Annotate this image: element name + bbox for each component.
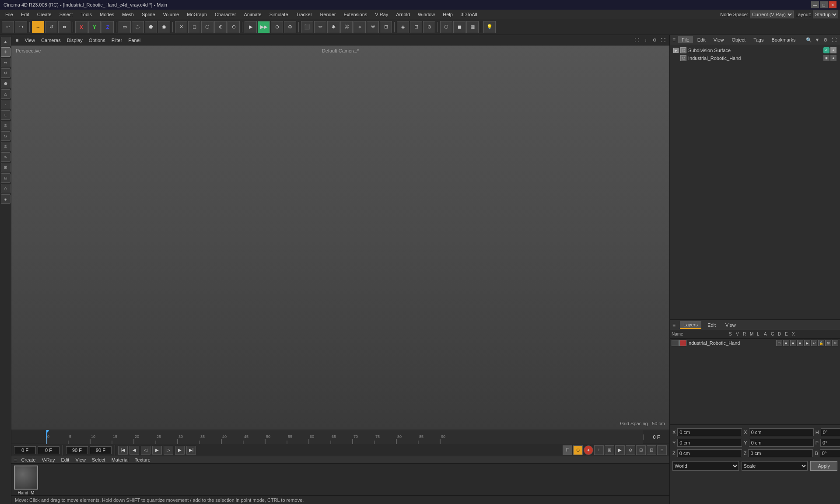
live-select-button[interactable]: ◉ [158,21,170,33]
sidebar-icon-pointer[interactable]: ▲ [1,37,10,46]
om-tab-tags[interactable]: Tags [750,36,767,43]
viewport-icon-settings[interactable]: ⚙ [651,37,658,44]
timeline-ruler[interactable]: 0 5 10 15 20 25 30 35 40 [46,430,643,444]
sidebar-icon-7[interactable]: ⊟ [1,173,10,183]
z-axis-button[interactable]: Z [102,21,114,33]
transport-icon-1[interactable]: F [563,445,572,455]
material-swatch-hand[interactable] [14,466,38,490]
menu-create[interactable]: Create [34,11,55,18]
deformer-button[interactable]: ⟡ [354,21,366,33]
menu-edit[interactable]: Edit [18,11,33,18]
mat-menu-view[interactable]: View [74,456,88,463]
render-active-button[interactable]: ▶▶ [258,21,270,33]
z2-input[interactable] [748,449,813,457]
grid-snap-button[interactable]: ⊡ [410,21,422,33]
menu-render[interactable]: Render [316,11,339,18]
menu-volume[interactable]: Volume [160,11,183,18]
om-tab-view[interactable]: View [710,36,728,43]
menu-mograph[interactable]: MoGraph [183,11,210,18]
sidebar-icon-4[interactable]: S [1,142,10,151]
menu-arnold[interactable]: Arnold [392,11,413,18]
mat-menu-create[interactable]: Create [19,456,37,463]
polygon-select-button[interactable]: ⬟ [145,21,157,33]
lasso-select-button[interactable]: ◌ [132,21,144,33]
wireframe-button[interactable]: ⬡ [440,21,452,33]
rotate-tool-button[interactable]: ↺ [45,21,57,33]
sidebar-icon-6[interactable]: ⊞ [1,163,10,172]
layer-icon-3[interactable]: ■ [797,340,803,346]
menu-extensions[interactable]: Extensions [340,11,371,18]
play-button[interactable]: ▶ [152,446,162,455]
scale-dropdown[interactable]: Scale Size [742,461,808,471]
viewport-menu-options[interactable]: Display [65,37,84,44]
transport-icon-7[interactable]: ⊙ [626,445,635,455]
transport-icon-9[interactable]: ⊡ [647,445,656,455]
select-all-button[interactable]: ◻ [188,21,200,33]
grow-sel-button[interactable]: ⊕ [214,21,227,33]
menu-vray[interactable]: V-Ray [371,11,392,18]
menu-window[interactable]: Window [414,11,438,18]
next-key-button[interactable]: ▷ [164,446,173,455]
ipr-button[interactable]: ⊙ [271,21,283,33]
layout-select[interactable]: Startup [813,10,838,18]
mat-menu-vray[interactable]: V-Ray [40,456,56,463]
om-tab-object[interactable]: Object [728,36,749,43]
p-input[interactable] [820,439,840,447]
sidebar-icon-8[interactable]: ◇ [1,184,10,193]
layer-icon-1[interactable]: ■ [783,340,789,346]
menu-3dtoall[interactable]: 3DToAll [457,11,481,18]
render-settings-button[interactable]: ⚙ [284,21,296,33]
sidebar-icon-move[interactable]: ✛ [1,47,10,57]
start-frame-input[interactable] [14,446,36,454]
sidebar-icon-5[interactable]: ∿ [1,152,10,162]
transport-icon-10[interactable]: ≡ [657,445,667,455]
close-button[interactable]: ✕ [829,1,836,8]
box-select-button[interactable]: ▭ [119,21,131,33]
sidebar-icon-edge[interactable]: △ [1,89,10,99]
lp-tab-view[interactable]: View [722,322,739,329]
viewport-menu-extra[interactable]: Panel [126,37,142,44]
menu-select[interactable]: Select [56,11,77,18]
sidebar-icon-scale[interactable]: ⇔ [1,58,10,67]
lp-hamburger[interactable]: ≡ [672,322,676,328]
invert-sel-button[interactable]: ⬡ [201,21,214,33]
sidebar-icon-9[interactable]: ◈ [1,194,10,204]
om-filter-icon[interactable]: ▼ [814,36,821,43]
h-input[interactable] [821,428,840,436]
sidebar-icon-2[interactable]: S [1,121,10,130]
y-input[interactable] [677,439,742,447]
prev-key-button[interactable]: ◁ [141,446,150,455]
render-view-button[interactable]: ▶ [245,21,257,33]
sculpt-button[interactable]: ✱ [327,21,340,33]
effector-button[interactable]: ❋ [367,21,379,33]
light-button[interactable]: 💡 [483,21,496,33]
layer-icon-play[interactable]: ▶ [804,340,810,346]
end-frame-input-2[interactable] [90,446,112,454]
om-settings-icon[interactable]: ⚙ [822,36,829,43]
menu-character[interactable]: Character [211,11,239,18]
mat-menu-edit[interactable]: Edit [59,456,71,463]
snap-button[interactable]: ◈ [397,21,409,33]
viewport-menu-cameras[interactable]: View [23,37,37,44]
viewport-menu-view[interactable]: ≡ [14,37,20,44]
sidebar-icon-polygon[interactable]: ⬟ [1,79,10,88]
sidebar-icon-rotate[interactable]: ↺ [1,68,10,78]
om-search-icon[interactable]: 🔍 [805,36,812,43]
layer-expand-icon[interactable] [672,340,679,346]
go-end-button[interactable]: ▶| [186,446,196,455]
transport-icon-5[interactable]: ⊞ [605,445,614,455]
transport-icon-4[interactable]: + [594,445,604,455]
om-collapse-subdiv[interactable]: ▶ [673,48,679,53]
layer-icon-lock[interactable]: 🔒 [818,340,824,346]
redo-button[interactable]: ↪ [15,21,27,33]
deselect-button[interactable]: ✕ [175,21,187,33]
next-frame-button[interactable]: ▶ [175,446,185,455]
solid-button[interactable]: ◼ [453,21,466,33]
minimize-button[interactable]: — [811,1,819,8]
layer-icon-extra[interactable]: ⊠ [825,340,831,346]
lp-tab-layers[interactable]: Layers [680,321,701,329]
world-dropdown[interactable]: World Object Camera [672,461,739,471]
go-start-button[interactable]: |◀ [118,446,128,455]
sidebar-icon-point[interactable]: · [1,100,10,109]
om-expand-icon[interactable]: ⛶ [830,36,837,43]
